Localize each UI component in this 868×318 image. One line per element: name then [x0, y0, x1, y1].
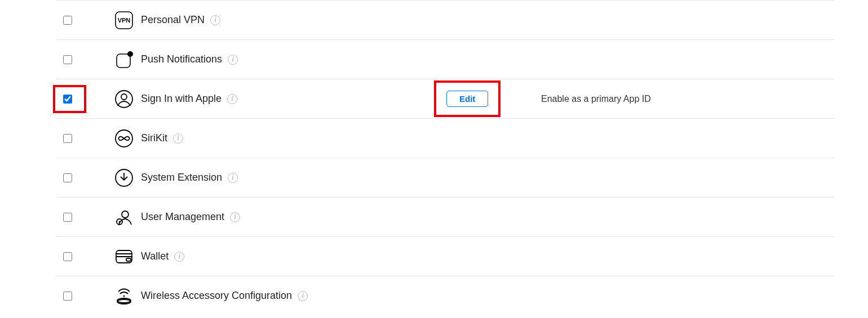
capability-row-wireless-accessory-configuration: Wireless Accessory Configuration i: [56, 276, 834, 315]
push-notifications-icon: [107, 50, 141, 69]
capability-checkbox[interactable]: [63, 292, 72, 301]
sirikit-icon: [107, 129, 141, 148]
info-icon[interactable]: i: [298, 291, 308, 301]
capability-row-personal-vpn: VPN Personal VPN i: [56, 0, 834, 39]
system-extension-icon: [107, 168, 141, 187]
info-icon[interactable]: i: [173, 133, 183, 144]
wireless-accessory-icon: [107, 286, 141, 306]
svg-point-3: [127, 51, 133, 57]
svg-point-15: [123, 295, 125, 297]
capability-checkbox[interactable]: [63, 173, 72, 182]
svg-point-8: [122, 211, 129, 218]
capabilities-list: VPN Personal VPN i Push Notifications i: [0, 0, 868, 315]
capability-row-sirikit: SiriKit i: [56, 118, 834, 158]
capability-label: System Extension: [141, 172, 222, 183]
capability-row-user-management: User Management i: [56, 197, 834, 236]
capability-checkbox[interactable]: [63, 213, 72, 222]
capability-label: Sign In with Apple: [141, 93, 222, 105]
capability-checkbox[interactable]: [63, 252, 72, 261]
info-icon[interactable]: i: [210, 15, 220, 25]
sign-in-with-apple-icon: [107, 89, 141, 109]
capability-checkbox[interactable]: [63, 95, 72, 104]
vpn-icon: VPN: [107, 11, 141, 30]
capability-row-push-notifications: Push Notifications i: [56, 39, 834, 79]
wallet-icon: [107, 247, 141, 266]
info-icon[interactable]: i: [227, 94, 237, 104]
capability-row-system-extension: System Extension i: [56, 158, 834, 197]
highlight-edit: Edit: [434, 80, 501, 117]
capability-row-sign-in-with-apple: Sign In with Apple i Edit Enable as a pr…: [56, 79, 834, 118]
capability-label: Wallet: [141, 250, 169, 262]
svg-point-5: [121, 94, 127, 100]
capability-label: User Management: [141, 211, 224, 223]
user-management-icon: [107, 208, 141, 227]
capability-label: Personal VPN: [141, 14, 205, 26]
capability-row-wallet: Wallet i: [56, 236, 834, 276]
capability-label: Push Notifications: [141, 53, 222, 65]
capability-label: Wireless Accessory Configuration: [141, 290, 292, 302]
capability-checkbox[interactable]: [63, 16, 72, 25]
info-icon[interactable]: i: [228, 173, 238, 183]
highlight-checkbox: [53, 85, 86, 113]
capability-checkbox[interactable]: [63, 55, 72, 64]
svg-point-10: [119, 221, 121, 222]
svg-rect-2: [117, 54, 130, 68]
svg-rect-12: [126, 258, 131, 261]
info-icon[interactable]: i: [228, 55, 238, 65]
edit-button[interactable]: Edit: [446, 91, 488, 107]
capability-label: SiriKit: [141, 132, 167, 144]
info-icon[interactable]: i: [230, 212, 240, 222]
capability-status: Enable as a primary App ID: [541, 94, 834, 104]
svg-text:VPN: VPN: [118, 17, 131, 24]
info-icon[interactable]: i: [174, 252, 184, 262]
capability-checkbox[interactable]: [63, 134, 72, 143]
